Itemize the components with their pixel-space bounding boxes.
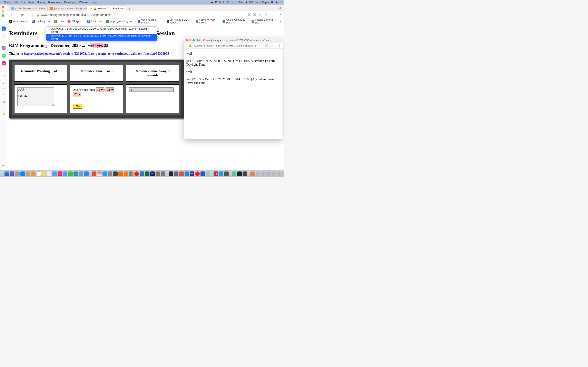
bookmark-iphone[interactable]: iPhone Camera filte... xyxy=(251,18,277,24)
dock-app-icon[interactable] xyxy=(206,171,210,176)
sidebar-heart-icon[interactable]: ♡ xyxy=(2,92,6,96)
dock-app-icon[interactable] xyxy=(84,171,89,176)
dock-chrome-icon[interactable] xyxy=(129,171,134,176)
dock-app-icon[interactable] xyxy=(97,171,102,176)
menu-bookmarks[interactable]: Bookmarks xyxy=(48,1,61,4)
dock-app-icon[interactable] xyxy=(108,171,112,176)
dock-app-icon[interactable] xyxy=(10,171,14,176)
speeddial-button[interactable]: ⊞ xyxy=(27,13,29,17)
menu-file[interactable]: File xyxy=(14,1,18,4)
dock-app-icon[interactable] xyxy=(174,171,178,176)
dock-app-icon[interactable] xyxy=(31,171,35,176)
status-battery[interactable]: 100% ⚡▮ xyxy=(236,1,247,4)
dock-app-icon[interactable] xyxy=(52,171,57,176)
dock-app-icon[interactable] xyxy=(15,171,20,176)
status-bluetooth-icon[interactable]: ᛒ xyxy=(223,1,224,4)
dock-app-icon[interactable] xyxy=(156,171,160,176)
dock-calendar-icon[interactable] xyxy=(36,171,41,176)
dock-app-icon[interactable] xyxy=(113,171,118,176)
sidebar-whatsapp-icon[interactable]: ✆ xyxy=(2,54,6,58)
dock-app-icon[interactable] xyxy=(200,171,205,176)
dock-app-icon[interactable] xyxy=(73,171,78,176)
sidebar-send-icon[interactable]: ▻ xyxy=(2,81,6,85)
dock-app-icon[interactable] xyxy=(79,171,83,176)
sidebar-bookmarks-icon[interactable]: ☆ xyxy=(2,34,6,38)
dock-app-icon[interactable] xyxy=(250,171,255,176)
menu-edit[interactable]: Edit xyxy=(21,1,26,4)
popup-zoom-button[interactable] xyxy=(192,39,195,42)
lock-icon[interactable]: 🔒 xyxy=(189,44,192,47)
menu-view[interactable]: View xyxy=(28,1,34,4)
sidebar-instagram-icon[interactable]: ◎ xyxy=(2,61,6,66)
menu-window[interactable]: Window xyxy=(79,1,89,4)
hours-select[interactable]: 21 xyxy=(96,87,104,92)
dock-appstore-icon[interactable] xyxy=(103,171,107,176)
popup-minimize-button[interactable] xyxy=(189,39,191,42)
dock-filezilla-icon[interactable]: Fz xyxy=(214,171,218,176)
window-minimize-button[interactable] xyxy=(2,10,4,13)
bookmark-sql[interactable]: 27 Handy SQL Quer... xyxy=(167,18,192,24)
dock-minimized-window[interactable] xyxy=(277,171,281,176)
camera-icon[interactable]: ⎙ xyxy=(248,13,250,17)
dock-app-icon[interactable] xyxy=(47,171,52,176)
status-m-icon[interactable]: M xyxy=(215,1,217,4)
status-input-icon[interactable]: ⌨ xyxy=(249,1,253,4)
app-menu[interactable]: Opera xyxy=(4,1,11,4)
blocker-icon[interactable]: ⓧ xyxy=(265,44,268,48)
go-button[interactable]: Go xyxy=(73,104,82,109)
bookmark-vsphere[interactable]: vSphere Web Client xyxy=(196,18,219,24)
dock-app-icon[interactable] xyxy=(42,171,46,176)
sidebar-history-icon[interactable]: ⟲ xyxy=(2,100,6,104)
dock-app-icon[interactable] xyxy=(169,171,173,176)
minutes-select[interactable]: 28 xyxy=(105,87,114,92)
bookmark-venn[interactable]: Venn vs Tree Diagra... xyxy=(138,18,163,24)
blocker-icon[interactable]: ⓧ xyxy=(253,13,256,17)
dock-app-icon[interactable] xyxy=(118,171,123,176)
dock-xd-icon[interactable]: Xd xyxy=(190,171,194,176)
easy-setup-icon[interactable]: ≡ xyxy=(280,13,282,17)
status-airplay-icon[interactable]: ⧉ xyxy=(219,1,221,4)
bookmark-booking[interactable]: B.Booking.com xyxy=(32,20,51,23)
dropdown-option[interactable]: well yes 2 ... Sun Dec 27 2020 21:29:03 … xyxy=(46,27,157,34)
wording-textarea[interactable] xyxy=(17,87,54,106)
dock-app-icon[interactable] xyxy=(242,171,247,176)
status-app-icon[interactable]: ◆ xyxy=(211,1,213,4)
dock-minimized-window[interactable] xyxy=(272,171,276,176)
dock-app-icon[interactable] xyxy=(185,171,189,176)
status-wifi-icon[interactable] xyxy=(226,1,229,4)
dock-app-icon[interactable] xyxy=(161,171,165,176)
dock-app-icon[interactable] xyxy=(219,171,223,176)
seconds-select[interactable]: 29 xyxy=(73,92,81,96)
window-close-button[interactable] xyxy=(2,6,4,8)
popup-close-button[interactable] xyxy=(186,39,188,42)
dock-app-icon[interactable] xyxy=(232,171,236,176)
dock-opera-icon[interactable] xyxy=(134,171,139,176)
status-clock[interactable]: Sun 9:29 pm xyxy=(255,1,269,4)
tab-search-button[interactable] xyxy=(279,7,282,10)
status-volume-icon[interactable]: 🔈 xyxy=(231,1,234,4)
menu-history[interactable]: History xyxy=(37,1,45,4)
forward-button[interactable]: 〉 xyxy=(15,13,18,17)
dock-app-icon[interactable] xyxy=(92,171,96,176)
spotlight-icon[interactable] xyxy=(271,1,274,4)
bookmark-amazon[interactable]: aAmazon.com xyxy=(9,20,28,23)
sidebar-play-icon[interactable]: ▷ xyxy=(2,73,6,77)
thanks-link[interactable]: https://stackoverflow.com/questions/3232… xyxy=(24,52,169,55)
notification-center-icon[interactable]: ☰ xyxy=(280,1,282,4)
dock-firefox-icon[interactable] xyxy=(124,171,128,176)
tab-stackoverflow[interactable]: javascript - How to change win xyxy=(48,6,87,11)
bookmark-facebook[interactable]: fFacebook xyxy=(87,20,102,23)
sidebar-messenger-icon[interactable]: ✉ xyxy=(2,46,6,50)
dock-app-icon[interactable] xyxy=(58,171,62,176)
bookmark-coding[interactable]: Online Coding & Ma... xyxy=(223,18,248,24)
window-zoom-button[interactable] xyxy=(2,14,4,17)
sidebar-lightbulb-icon[interactable]: 💡 xyxy=(2,112,6,116)
dock-app-icon[interactable] xyxy=(140,171,144,176)
send-icon[interactable]: ▷ xyxy=(270,44,273,48)
heart-icon[interactable]: ♡ xyxy=(264,13,267,17)
download-icon[interactable]: ⭳ xyxy=(278,44,281,48)
title-select-dropdown[interactable]: well yes 2 ... Sun Dec 27 2020 21:29:03 … xyxy=(46,26,157,41)
siri-icon[interactable]: ◉ xyxy=(276,1,278,4)
bookmark-rjm[interactable]: rjmprogramming.co... xyxy=(106,20,134,23)
dock-app-icon[interactable] xyxy=(63,171,67,176)
